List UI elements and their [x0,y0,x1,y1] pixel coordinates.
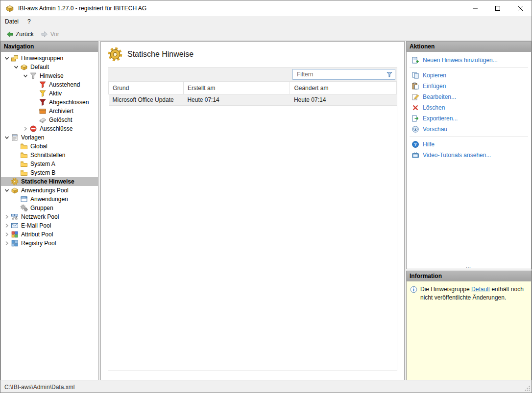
tree-item-system-a[interactable]: System A [1,160,98,168]
maximize-button[interactable] [486,0,509,16]
chevron-down-icon[interactable] [22,72,29,80]
tree-item-e-mail-pool[interactable]: E-Mail Pool [1,221,98,230]
action-exportieren[interactable]: Exportieren... [409,113,529,124]
status-file-path: C:\IBI-aws\Admin\Data.xml [4,384,74,391]
tree-item-label: Archiviert [49,108,73,115]
tree-item-hinweise[interactable]: Hinweise [1,71,98,80]
tree-item-label: Gruppen [30,205,53,211]
tree-indent-spacer [12,151,20,159]
tree-item-label: Statische Hinweise [21,178,74,185]
action-label: Einfügen [423,83,446,90]
tree-item-vorlagen[interactable]: Vorlagen [1,133,98,142]
tree-item-abgeschlossen[interactable]: Abgeschlossen [1,98,98,107]
action-hilfe[interactable]: ?Hilfe [409,139,529,150]
chevron-right-icon[interactable] [3,222,11,230]
chevron-down-icon[interactable] [3,186,11,194]
tree-item-attribut-pool[interactable]: Attribut Pool [1,230,98,239]
forward-button[interactable]: Vor [37,29,63,39]
tree-item-label: System B [30,169,55,176]
window-controls [464,0,532,16]
tree-indent-spacer [31,116,39,124]
information-panel-header: Information [407,271,531,281]
gear-gold-icon [11,178,19,185]
back-button-label: Zurück [16,31,34,38]
back-button[interactable]: Zurück [2,29,37,39]
action-kopieren[interactable]: Kopieren [409,70,529,81]
table-cell: Heute 07:14 [290,94,397,106]
column-header-geaendert-am[interactable]: Geändert am [290,82,397,94]
tree-item-anwendungs-pool[interactable]: Anwendungs Pool [1,186,98,195]
tree-item-label: E-Mail Pool [21,222,51,229]
table-empty-area [108,106,397,370]
tree-item-ausstehend[interactable]: Ausstehend [1,80,98,89]
tree-item-system-b[interactable]: System B [1,168,98,177]
tree-item-global[interactable]: Global [1,142,98,151]
tree-item-statische-hinweise[interactable]: Statische Hinweise [1,177,98,186]
chevron-right-icon[interactable] [3,231,11,238]
tree-item-netzwerk-pool[interactable]: Netzwerk Pool [1,212,98,221]
action-label: Bearbeiten... [423,93,456,100]
export-icon [411,115,419,122]
hints-table: GrundErstellt amGeändert am Microsoft Of… [108,81,397,106]
tree-indent-spacer [31,81,39,89]
action-bearbeiten[interactable]: Bearbeiten... [409,92,529,102]
tree-item-default[interactable]: Default [1,63,98,71]
action-video-tutorials-ansehen[interactable]: Video-Tutorials ansehen... [409,150,529,161]
default-group-link[interactable]: Default [471,286,490,293]
tree-indent-spacer [12,160,20,168]
menu-help[interactable]: ? [23,16,35,28]
close-button[interactable] [509,0,532,16]
tree-item-schnittstellen[interactable]: Schnittstellen [1,151,98,160]
chevron-down-icon[interactable] [3,54,11,62]
column-header-erstellt-am[interactable]: Erstellt am [183,82,290,94]
folder-icon [20,160,28,168]
actions-list: Neuen Hinweis hinzufügen...KopierenEinfü… [407,52,531,163]
tree-indent-spacer [12,142,20,150]
tree-item-archiviert[interactable]: Archiviert [1,107,98,116]
tree-item-registry-pool[interactable]: Registry Pool [1,239,98,248]
action-vorschau[interactable]: Vorschau [409,124,529,135]
tree-indent-spacer [3,178,11,185]
delete-icon [411,104,419,112]
attribute-icon [11,231,19,238]
actions-separator [410,137,528,137]
table-header-row: GrundErstellt amGeändert am [109,82,397,94]
tree-item-anwendungen[interactable]: Anwendungen [1,195,98,204]
help-icon: ? [411,140,419,148]
minimize-button[interactable] [464,0,486,16]
action-loeschen[interactable]: Löschen [409,102,529,113]
tree-item-label: Abgeschlossen [49,99,89,106]
tree-item-label: Hinweisgruppen [21,55,63,62]
resize-grip[interactable] [524,385,531,392]
filter-funnel-icon[interactable] [386,70,393,78]
chevron-right-icon[interactable] [3,213,11,221]
chevron-right-icon[interactable] [3,239,11,247]
tree-item-aktiv[interactable]: Aktiv [1,89,98,98]
network-icon [11,213,19,221]
tree-item-label: Attribut Pool [21,231,53,238]
funnel-red-icon [39,81,47,89]
gears-icon [20,204,28,212]
column-header-grund[interactable]: Grund [109,82,184,94]
actions-separator [410,68,528,68]
filter-input[interactable] [293,70,386,79]
tree-item-hinweisgruppen[interactable]: Hinweisgruppen [1,54,98,63]
action-neuen-hinweis-hinzufuegen[interactable]: Neuen Hinweis hinzufügen... [409,55,529,66]
forward-arrow-icon [41,30,48,38]
action-einfuegen[interactable]: Einfügen [409,81,529,92]
menu-datei[interactable]: Datei [0,16,23,28]
tree-item-geloescht[interactable]: Gelöscht [1,116,98,124]
tree-indent-spacer [31,107,39,115]
chevron-down-icon[interactable] [12,63,20,71]
forward-button-label: Vor [50,31,59,38]
tree-item-label: Gelöscht [49,116,72,123]
chevron-right-icon[interactable] [22,125,29,133]
main-panel: Statische Hinweise GrundErstellt amGeänd… [100,41,405,380]
tree-item-ausschluesse[interactable]: Ausschlüsse [1,124,98,133]
actions-overflow-indicator[interactable]: … [407,263,531,268]
action-label: Video-Tutorials ansehen... [423,152,491,159]
chevron-down-icon[interactable] [3,134,11,141]
titlebar: IBI-aws Admin 1.27.0 - registriert für I… [0,0,532,16]
table-row[interactable]: Microsoft Office UpdateHeute 07:14Heute … [109,94,397,106]
tree-item-gruppen[interactable]: Gruppen [1,204,98,212]
